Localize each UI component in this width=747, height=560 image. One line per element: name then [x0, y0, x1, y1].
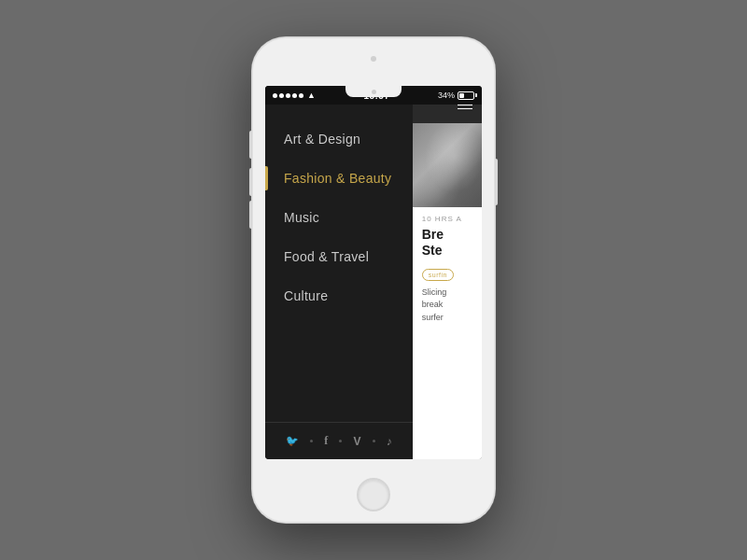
signal-dot-3: [286, 93, 290, 98]
menu-item-culture[interactable]: Culture: [265, 276, 413, 315]
menu-item-fashion-beauty[interactable]: Fashion & Beauty: [265, 159, 413, 198]
signal-dot-5: [299, 93, 303, 98]
signal-dot-1: [273, 93, 277, 98]
signal-indicator: ▲: [273, 91, 316, 100]
content-panel: 10 HRS A Bre Ste surfin Slicing break su…: [413, 86, 482, 459]
dot-separator-3: [373, 440, 375, 442]
article-excerpt: Slicing break surfer: [422, 287, 472, 325]
wifi-icon: ▲: [307, 91, 316, 100]
menu-item-food-travel[interactable]: Food & Travel: [265, 237, 413, 276]
menu-item-music[interactable]: Music: [265, 198, 413, 237]
dot-separator-1: [310, 440, 313, 442]
battery-percent: 34%: [438, 91, 455, 100]
article-title: Bre Ste: [422, 227, 472, 259]
speaker: [372, 90, 376, 94]
hamburger-line-3: [458, 108, 472, 110]
signal-dot-4: [292, 93, 297, 98]
battery-indicator: 34%: [438, 91, 474, 100]
facebook-icon[interactable]: f: [324, 434, 328, 448]
menu-panel: Art & Design Fashion & Beauty Music Food…: [265, 86, 413, 459]
phone-mockup: ▲ 15:37 34% Art & Design Fashion & Beaut…: [252, 37, 495, 523]
menu-item-art-design[interactable]: Art & Design: [265, 119, 413, 159]
menu-items: Art & Design Fashion & Beauty Music Food…: [265, 105, 413, 422]
battery-fill: [459, 93, 464, 98]
article-image: [413, 123, 482, 207]
signal-dot-2: [279, 93, 284, 98]
dot-separator-2: [339, 440, 342, 442]
social-footer: 🐦 f V ♪: [265, 422, 413, 459]
battery-bar: [458, 91, 474, 100]
phone-screen: ▲ 15:37 34% Art & Design Fashion & Beaut…: [265, 86, 482, 459]
article-tag[interactable]: surfin: [422, 269, 454, 281]
camera-dot: [371, 56, 376, 62]
vimeo-icon[interactable]: V: [353, 435, 360, 448]
twitter-icon[interactable]: 🐦: [286, 435, 299, 447]
spotify-icon[interactable]: ♪: [387, 435, 392, 448]
phone-notch: [345, 86, 402, 97]
article-timestamp: 10 HRS A: [422, 215, 472, 223]
home-button[interactable]: [357, 478, 390, 511]
article-body: 10 HRS A Bre Ste surfin Slicing break su…: [413, 207, 482, 459]
